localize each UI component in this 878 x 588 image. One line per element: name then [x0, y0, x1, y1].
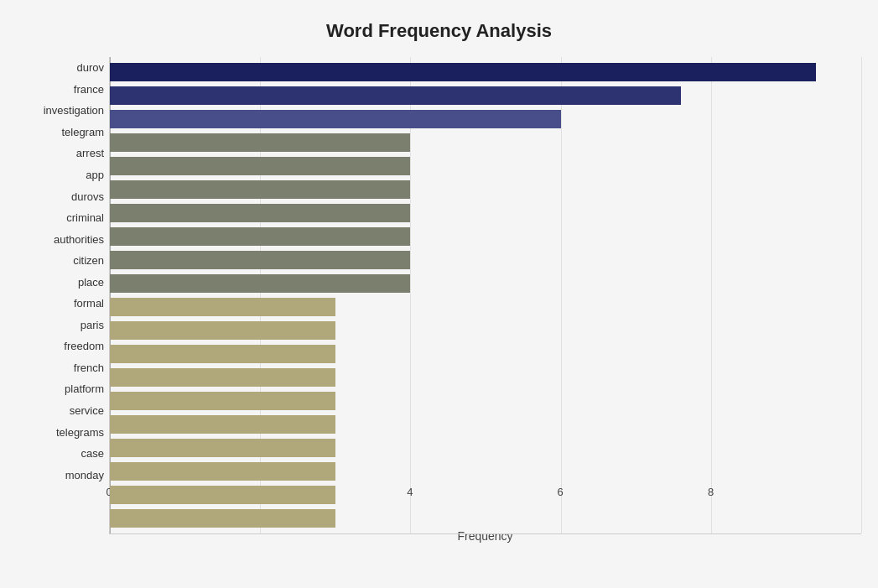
bar-row — [110, 413, 861, 436]
bar — [110, 415, 335, 434]
bar-row — [110, 366, 861, 389]
y-axis-label: french — [74, 357, 104, 379]
bar-row — [110, 131, 861, 154]
bar-row — [110, 225, 861, 248]
y-axis-label: durov — [76, 57, 104, 79]
y-axis-label: app — [86, 164, 104, 186]
bar — [110, 86, 681, 105]
y-axis-label: france — [74, 79, 104, 101]
bar-row — [110, 107, 861, 131]
y-axis-label: place — [78, 271, 104, 293]
bar — [110, 227, 410, 246]
bar — [110, 274, 410, 293]
bar — [110, 486, 335, 504]
bar — [110, 251, 410, 269]
plot-area — [109, 57, 861, 534]
bar-row — [110, 84, 861, 107]
bar — [110, 63, 816, 81]
bar — [110, 321, 335, 340]
y-axis-label: case — [81, 443, 104, 465]
y-axis-label: telegrams — [56, 421, 104, 443]
bar-row — [110, 436, 861, 460]
bar — [110, 345, 335, 363]
bar-row — [110, 295, 861, 319]
bar-row — [110, 178, 861, 201]
y-axis-label: formal — [74, 293, 104, 315]
y-axis-label: citizen — [73, 250, 104, 272]
bar — [110, 204, 410, 222]
bar — [110, 157, 410, 175]
bar-row — [110, 483, 861, 507]
bar-row — [110, 154, 861, 178]
bar-row — [110, 342, 861, 366]
y-axis-label: authorities — [54, 228, 104, 250]
bar-row — [110, 507, 861, 530]
bar-row — [110, 389, 861, 413]
chart-title: Word Frequency Analysis — [17, 20, 861, 42]
y-axis-label: service — [70, 400, 104, 422]
y-axis-label: monday — [65, 464, 104, 486]
y-axis-label: durovs — [71, 185, 104, 207]
bar-row — [110, 460, 861, 483]
bar — [110, 392, 335, 410]
bar-row — [110, 60, 861, 84]
bar — [110, 133, 410, 152]
bar — [110, 509, 335, 528]
y-axis-label: platform — [65, 378, 104, 400]
y-axis-label: freedom — [64, 336, 104, 357]
grid-line — [861, 57, 862, 533]
y-axis-label: investigation — [44, 100, 104, 122]
chart-area: durovfranceinvestigationtelegramarrestap… — [17, 57, 861, 486]
bar — [110, 110, 561, 128]
bar — [110, 368, 335, 387]
bar-row — [110, 272, 861, 295]
bar — [110, 180, 410, 199]
bars-container — [110, 57, 861, 533]
y-axis-label: telegram — [61, 122, 104, 143]
y-axis: durovfranceinvestigationtelegramarrestap… — [17, 57, 109, 486]
y-axis-label: criminal — [66, 207, 104, 229]
y-axis-label: paris — [81, 315, 104, 336]
bar-row — [110, 248, 861, 272]
bar — [110, 439, 335, 457]
chart-container: Word Frequency Analysis durovfranceinves… — [0, 0, 878, 588]
bar — [110, 298, 335, 316]
bar-row — [110, 319, 861, 342]
y-axis-label: arrest — [76, 143, 104, 164]
bar-row — [110, 201, 861, 225]
bar — [110, 462, 335, 481]
